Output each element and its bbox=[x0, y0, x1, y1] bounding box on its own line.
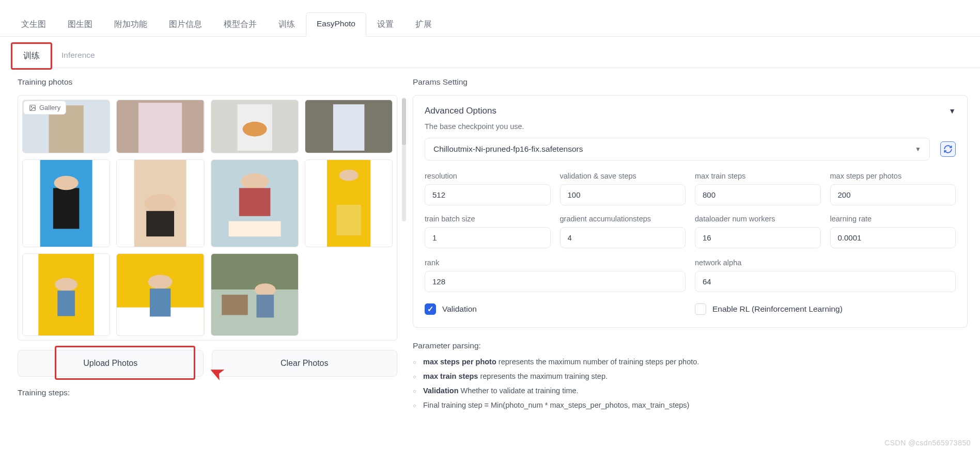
svg-point-20 bbox=[241, 173, 269, 190]
checkbox-icon bbox=[425, 303, 436, 315]
svg-rect-10 bbox=[333, 104, 365, 151]
photo-thumb[interactable] bbox=[211, 159, 299, 247]
checkpoint-label: The base checkpoint you use. bbox=[425, 122, 956, 131]
gradacc-input[interactable] bbox=[560, 227, 686, 248]
clear-photos-button[interactable]: Clear Photos bbox=[212, 350, 398, 377]
tab-extensions[interactable]: 扩展 bbox=[405, 12, 443, 36]
netalpha-label: network alpha bbox=[695, 259, 956, 267]
main-tabs: 文生图 图生图 附加功能 图片信息 模型合并 训练 EasyPhoto 设置 扩… bbox=[0, 12, 980, 37]
svg-rect-37 bbox=[222, 295, 247, 315]
svg-rect-13 bbox=[53, 188, 79, 229]
gradacc-label: gradient accumulationsteps bbox=[560, 215, 686, 223]
photo-thumb[interactable] bbox=[211, 100, 299, 153]
tab-extras[interactable]: 附加功能 bbox=[103, 12, 158, 36]
svg-rect-18 bbox=[146, 211, 174, 236]
param-bullets: max steps per photo represents the maxim… bbox=[413, 358, 968, 409]
validation-checkbox[interactable]: Validation bbox=[425, 303, 686, 315]
photo-thumb[interactable] bbox=[116, 159, 204, 247]
svg-point-38 bbox=[255, 283, 275, 296]
bullet-item: max steps per photo represents the maxim… bbox=[413, 358, 968, 366]
batch-input[interactable] bbox=[425, 227, 551, 248]
rank-label: rank bbox=[425, 259, 686, 267]
collapse-icon[interactable]: ▼ bbox=[948, 107, 956, 115]
svg-rect-34 bbox=[150, 288, 170, 316]
svg-rect-35 bbox=[211, 254, 298, 290]
advanced-options-panel: Advanced Options ▼ The base checkpoint y… bbox=[413, 95, 968, 328]
svg-rect-22 bbox=[228, 221, 281, 237]
bullet-item: Final training step = Min(photo_num * ma… bbox=[413, 401, 968, 409]
photo-thumb[interactable] bbox=[305, 159, 393, 247]
checkbox-icon bbox=[695, 303, 706, 315]
gallery-badge: Gallery bbox=[23, 101, 66, 115]
tab-txt2img[interactable]: 文生图 bbox=[10, 12, 57, 36]
chevron-down-icon: ▼ bbox=[915, 146, 921, 153]
svg-point-14 bbox=[54, 176, 79, 190]
refresh-button[interactable] bbox=[940, 141, 956, 157]
photo-thumb[interactable] bbox=[116, 253, 204, 336]
svg-point-29 bbox=[55, 278, 77, 291]
workers-label: dataloader num workers bbox=[695, 215, 821, 223]
tab-train[interactable]: 训练 bbox=[268, 12, 306, 36]
checkpoint-select[interactable]: Chilloutmix-Ni-pruned-fp16-fix.safetenso… bbox=[425, 138, 930, 160]
tab-img2img[interactable]: 图生图 bbox=[57, 12, 103, 36]
lr-label: learning rate bbox=[830, 215, 956, 223]
bullet-item: max train steps represents the maximum t… bbox=[413, 372, 968, 380]
tab-easyphoto[interactable]: EasyPhoto bbox=[306, 12, 366, 37]
svg-point-8 bbox=[242, 122, 267, 137]
photo-thumb[interactable] bbox=[22, 159, 110, 247]
tab-settings[interactable]: 设置 bbox=[366, 12, 405, 36]
advanced-options-title: Advanced Options bbox=[425, 106, 496, 116]
valsteps-input[interactable] bbox=[560, 184, 686, 205]
gallery: Gallery bbox=[18, 95, 397, 341]
photo-thumb[interactable] bbox=[305, 100, 393, 153]
rank-input[interactable] bbox=[425, 271, 686, 292]
svg-point-33 bbox=[148, 275, 173, 289]
svg-rect-21 bbox=[239, 188, 270, 216]
enable-rl-checkbox[interactable]: Enable RL (Reinforcement Learning) bbox=[695, 303, 956, 315]
svg-point-26 bbox=[339, 170, 358, 181]
valsteps-label: validation & save steps bbox=[560, 172, 686, 180]
svg-point-1 bbox=[31, 106, 32, 107]
photo-thumb[interactable] bbox=[116, 100, 204, 153]
resolution-input[interactable] bbox=[425, 184, 551, 205]
maxtrain-label: max train steps bbox=[695, 172, 821, 180]
subtab-inference[interactable]: Inference bbox=[51, 44, 106, 68]
maxperphoto-input[interactable] bbox=[830, 184, 956, 205]
tab-merge[interactable]: 模型合并 bbox=[213, 12, 268, 36]
photo-thumb[interactable] bbox=[22, 253, 110, 336]
maxtrain-input[interactable] bbox=[695, 184, 821, 205]
maxperphoto-label: max steps per photos bbox=[830, 172, 956, 180]
netalpha-input[interactable] bbox=[695, 271, 956, 292]
svg-rect-30 bbox=[57, 291, 75, 316]
training-steps-label: Training steps: bbox=[18, 388, 397, 397]
svg-rect-25 bbox=[336, 205, 361, 235]
lr-input[interactable] bbox=[830, 227, 956, 248]
svg-point-17 bbox=[145, 194, 176, 213]
workers-input[interactable] bbox=[695, 227, 821, 248]
params-setting-title: Params Setting bbox=[413, 77, 968, 87]
upload-photos-button[interactable]: Upload Photos bbox=[18, 350, 204, 377]
svg-rect-39 bbox=[256, 295, 274, 317]
batch-label: train batch size bbox=[425, 215, 551, 223]
training-photos-title: Training photos bbox=[18, 77, 397, 87]
tab-imginfo[interactable]: 图片信息 bbox=[158, 12, 213, 36]
sub-tabs: 训练 Inference bbox=[12, 44, 980, 68]
subtab-train[interactable]: 训练 bbox=[12, 44, 51, 68]
photo-thumb[interactable] bbox=[211, 253, 299, 336]
resolution-label: resolution bbox=[425, 172, 551, 180]
parameter-parsing-title: Parameter parsing: bbox=[413, 341, 968, 350]
svg-rect-5 bbox=[138, 103, 182, 153]
image-icon bbox=[29, 104, 36, 111]
gallery-scrollbar[interactable] bbox=[402, 98, 406, 221]
refresh-icon bbox=[943, 144, 953, 154]
bullet-item: Validation Whether to validate at traini… bbox=[413, 387, 968, 395]
